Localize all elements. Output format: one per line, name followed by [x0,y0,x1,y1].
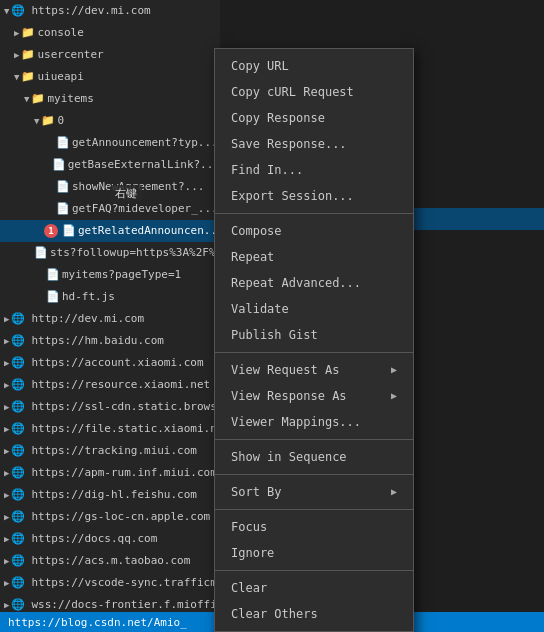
menu-item-label: Copy URL [231,56,289,76]
tree-label: https://hm.baidu.com [31,332,163,350]
context-menu: Copy URLCopy cURL RequestCopy ResponseSa… [214,48,414,632]
file-icon: 📄 [56,200,70,218]
arrow-right-icon: ▶ [4,442,9,460]
menu-item-copy-curl-request[interactable]: Copy cURL Request [215,79,413,105]
menu-item-view-request-as[interactable]: View Request As▶ [215,357,413,383]
tree-item[interactable]: ▶🌐https://hm.baidu.com [0,330,220,352]
menu-item-label: Copy cURL Request [231,82,354,102]
submenu-arrow-icon: ▶ [391,360,397,380]
arrow-down-icon: ▼ [4,2,9,20]
menu-item-repeat-advanced[interactable]: Repeat Advanced... [215,270,413,296]
folder-icon: 📁 [21,46,35,64]
menu-item-ignore[interactable]: Ignore [215,540,413,566]
tree-item[interactable]: ▶🌐https://vscode-sync.trafficmana... [0,572,220,594]
menu-item-label: Show in Sequence [231,447,347,467]
menu-item-repeat[interactable]: Repeat [215,244,413,270]
tree-item[interactable]: ▶🌐http://dev.mi.com [0,308,220,330]
menu-item-show-in-sequence[interactable]: Show in Sequence [215,444,413,470]
menu-divider [215,474,413,475]
tree-label: sts?followup=https%3A%2F%... [50,244,220,262]
menu-item-label: View Response As [231,386,347,406]
globe-icon: 🌐 [11,310,25,328]
menu-item-label: Find In... [231,160,303,180]
tree-item[interactable]: ▶🌐https://apm-rum.inf.miui.com [0,462,220,484]
tree-item[interactable]: ▶🌐https://ssl-cdn.static.browser.mi... [0,396,220,418]
menu-item-view-response-as[interactable]: View Response As▶ [215,383,413,409]
menu-item-label: Repeat [231,247,274,267]
tree-label: https://apm-rum.inf.miui.com [31,464,216,482]
tree-label: http://dev.mi.com [31,310,144,328]
menu-item-save-response[interactable]: Save Response... [215,131,413,157]
tree-item[interactable]: ▶📁console [0,22,220,44]
globe-icon: 🌐 [11,530,25,548]
menu-item-label: Clear [231,578,267,598]
folder-arrow-icon: ▼ [24,90,29,108]
menu-item-export-session[interactable]: Export Session... [215,183,413,209]
tree-item[interactable]: ▶🌐https://docs.qq.com [0,528,220,550]
folder-arrow-icon: ▶ [14,24,19,42]
tree-item[interactable]: 📄getFAQ?mideveloper_... [0,198,220,220]
tree-item[interactable]: 📄getAnnouncement?typ... [0,132,220,154]
tree-item[interactable]: ▶🌐https://gs-loc-cn.apple.com [0,506,220,528]
tree-item[interactable]: ▶🌐https://account.xiaomi.com [0,352,220,374]
menu-divider [215,352,413,353]
tree-item[interactable]: 1📄getRelatedAnnouncen... [0,220,220,242]
tree-item[interactable]: ▶🌐https://file.static.xiaomi.net [0,418,220,440]
tree-label: uiueapi [37,68,83,86]
menu-divider [215,439,413,440]
arrow-right-icon: ▶ [4,354,9,372]
menu-item-copy-url[interactable]: Copy URL [215,53,413,79]
menu-item-label: Clear Others [231,604,318,624]
tree-label: myitems [47,90,93,108]
globe-icon: 🌐 [11,442,25,460]
status-url: https://blog.csdn.net/Amio_ [8,616,187,629]
tree-item[interactable]: ▶🌐https://acs.m.taobao.com [0,550,220,572]
tree-item[interactable]: 📄sts?followup=https%3A%2F%... [0,242,220,264]
menu-item-validate[interactable]: Validate [215,296,413,322]
menu-item-label: Validate [231,299,289,319]
menu-item-label: Copy Response [231,108,325,128]
tree-item[interactable]: ▶🌐https://resource.xiaomi.net [0,374,220,396]
menu-divider [215,570,413,571]
tree-label: https://gs-loc-cn.apple.com [31,508,210,526]
tree-item[interactable]: 📄hd-ft.js [0,286,220,308]
tree-item[interactable]: ▶🌐https://tracking.miui.com [0,440,220,462]
globe-icon: 🌐 [11,508,25,526]
tree-item[interactable]: ▼📁uiueapi [0,66,220,88]
tree-item[interactable]: 📄myitems?pageType=1 [0,264,220,286]
menu-item-find-in[interactable]: Find In... [215,157,413,183]
menu-item-label: Focus [231,517,267,537]
menu-divider [215,213,413,214]
menu-item-label: View Request As [231,360,339,380]
tree-label: https://docs.qq.com [31,530,157,548]
menu-item-label: Sort By [231,482,282,502]
menu-item-focus[interactable]: Focus [215,514,413,540]
tree-label: https://resource.xiaomi.net [31,376,210,394]
tree-item[interactable]: ▼📁0 [0,110,220,132]
folder-arrow-icon: ▼ [34,112,39,130]
globe-icon: 🌐 [11,354,25,372]
menu-item-clear-others[interactable]: Clear Others [215,601,413,627]
menu-item-viewer-mappings[interactable]: Viewer Mappings... [215,409,413,435]
menu-item-clear[interactable]: Clear [215,575,413,601]
tree-item[interactable]: ▼🌐https://dev.mi.com [0,0,220,22]
menu-item-publish-gist[interactable]: Publish Gist [215,322,413,348]
tree-item[interactable]: ▼📁myitems [0,88,220,110]
tree-label: getBaseExternalLink?... [68,156,220,174]
menu-item-compose[interactable]: Compose [215,218,413,244]
menu-item-label: Publish Gist [231,325,318,345]
file-icon: 📄 [56,178,70,196]
globe-icon: 🌐 [11,486,25,504]
tree-label: getFAQ?mideveloper_... [72,200,218,218]
tree-label: getRelatedAnnouncen... [78,222,220,240]
tree-item[interactable]: ▶🌐https://dig-hl.feishu.com [0,484,220,506]
arrow-right-icon: ▶ [4,508,9,526]
tree-item[interactable]: 📄getBaseExternalLink?... [0,154,220,176]
tree-item[interactable]: ▶📁usercenter [0,44,220,66]
file-icon: 📄 [62,222,76,240]
submenu-arrow-icon: ▶ [391,482,397,502]
tree-label: console [37,24,83,42]
menu-item-copy-response[interactable]: Copy Response [215,105,413,131]
menu-item-sort-by[interactable]: Sort By▶ [215,479,413,505]
folder-arrow-icon: ▶ [14,46,19,64]
